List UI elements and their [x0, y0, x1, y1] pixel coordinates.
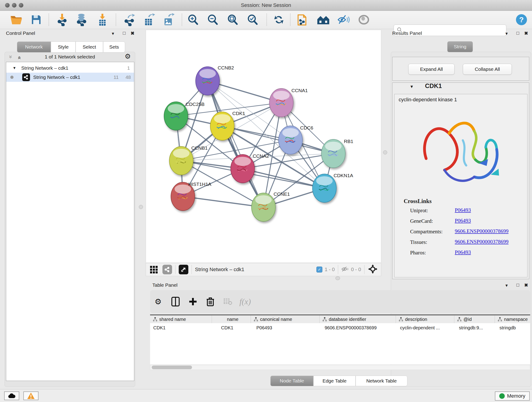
- control-panel-close-icon[interactable]: ✖: [131, 31, 134, 36]
- collapse-all-networks-icon[interactable]: »: [7, 55, 14, 58]
- uniprot-link[interactable]: P06493: [455, 207, 471, 213]
- protein-structure-image: [410, 106, 511, 198]
- tab-sets[interactable]: Sets: [103, 41, 125, 52]
- network-from-file-icon[interactable]: [296, 13, 310, 27]
- column-header-namespace[interactable]: namespace: [495, 315, 530, 323]
- create-column-icon[interactable]: [186, 295, 199, 308]
- selected-node-edge-counts: 1 - 0: [325, 267, 335, 273]
- zoom-fit-icon[interactable]: [225, 13, 240, 27]
- grid-view-icon[interactable]: [150, 265, 159, 274]
- svg-text:HIST1H1A: HIST1H1A: [188, 182, 211, 187]
- control-panel-float-icon[interactable]: □: [123, 31, 126, 36]
- results-panel-float-icon[interactable]: □: [516, 31, 519, 36]
- show-hide-icon[interactable]: [336, 13, 351, 27]
- column-header-name[interactable]: name: [212, 315, 251, 323]
- bottom-splitter-handle[interactable]: [336, 276, 340, 280]
- collection-count: 1: [127, 65, 130, 71]
- crosslink-label: Pharos:: [410, 250, 426, 256]
- results-panel-close-icon[interactable]: ✖: [524, 31, 528, 36]
- save-session-icon[interactable]: [29, 13, 44, 27]
- network-overview-share-icon[interactable]: [162, 265, 172, 274]
- table-header: shared name name canonical name database…: [150, 314, 530, 323]
- export-network-icon[interactable]: [122, 13, 137, 27]
- zoom-in-icon[interactable]: [186, 13, 200, 27]
- compartments-link[interactable]: 9606.ENSP00000378699: [455, 228, 509, 234]
- cloud-status-button[interactable]: [4, 391, 19, 400]
- column-header-database-identifier[interactable]: database identifier: [320, 315, 396, 323]
- collection-label: String Network – cdk1: [21, 65, 68, 71]
- export-table-icon[interactable]: [142, 13, 157, 27]
- column-header-description[interactable]: description: [396, 315, 454, 323]
- string-network-graph[interactable]: CCNB2CCNA1CDC25BCDK1CDC6RB1CCNB1CCNA2CDK…: [146, 30, 381, 263]
- network-canvas[interactable]: CCNB2CCNA1CDC25BCDK1CDC6RB1CCNB1CCNA2CDK…: [146, 30, 381, 263]
- memory-button[interactable]: Memory: [495, 391, 530, 401]
- expand-all-button[interactable]: Expand All: [408, 64, 455, 75]
- network-view-title: String Network – cdk1: [195, 267, 244, 273]
- export-image-icon[interactable]: [162, 13, 176, 27]
- network-selection-status: 1 of 1 Network selected: [27, 54, 112, 60]
- expand-all-networks-icon[interactable]: »: [16, 56, 22, 59]
- table-row[interactable]: CDK1 CDK1 P06493 9606.ENSP00000378699 cy…: [150, 323, 530, 332]
- fit-content-crosshair-icon[interactable]: [368, 264, 378, 275]
- tab-select[interactable]: Select: [76, 41, 103, 52]
- tab-network[interactable]: Network: [17, 41, 51, 52]
- hidden-eye-icon[interactable]: [341, 266, 349, 273]
- column-header-id[interactable]: @id: [454, 315, 495, 323]
- control-panel-menu-icon[interactable]: ▾: [112, 31, 114, 36]
- network-options-gear-icon[interactable]: ⚙: [125, 52, 131, 60]
- hidden-node-edge-counts: 0 - 0: [351, 267, 361, 273]
- selected-checkbox-icon[interactable]: ✓: [317, 267, 322, 273]
- table-horizontal-scrollbar[interactable]: [150, 365, 530, 370]
- help-icon[interactable]: ?: [514, 13, 529, 27]
- table-panel-menu-icon[interactable]: ▾: [505, 283, 508, 288]
- cell-database-identifier: 9606.ENSP00000378699: [320, 323, 396, 332]
- delete-column-trash-icon[interactable]: [204, 295, 217, 308]
- results-panel-menu-icon[interactable]: ▾: [505, 31, 508, 36]
- status-bar: [0, 389, 532, 402]
- refresh-icon[interactable]: [272, 13, 286, 27]
- right-splitter-handle[interactable]: [383, 150, 387, 154]
- table-scrollbar-thumb[interactable]: [152, 366, 192, 369]
- table-panel-close-icon[interactable]: ✖: [524, 282, 528, 288]
- table-options-gear-icon[interactable]: ⚙: [152, 295, 165, 308]
- left-splitter-handle[interactable]: [139, 205, 143, 209]
- column-header-canonical-name[interactable]: canonical name: [251, 315, 320, 323]
- genecard-link[interactable]: P06493: [455, 218, 471, 224]
- zoom-selected-icon[interactable]: [245, 13, 260, 27]
- birdseye-icon[interactable]: [356, 13, 371, 27]
- svg-text:CCNE1: CCNE1: [273, 191, 290, 197]
- import-network-from-file-icon[interactable]: [55, 13, 70, 27]
- cell-name: CDK1: [212, 323, 251, 332]
- tree-expand-icon[interactable]: ▼: [13, 66, 16, 70]
- cell-namespace: stringdb: [495, 323, 530, 332]
- delete-table-icon: [221, 295, 234, 308]
- warning-status-button[interactable]: [23, 391, 38, 400]
- show-columns-icon[interactable]: [169, 295, 182, 308]
- table-panel-float-icon[interactable]: □: [516, 282, 519, 288]
- pharos-link[interactable]: P06493: [455, 249, 471, 255]
- entry-collapse-icon[interactable]: ▼: [410, 84, 414, 89]
- network-row[interactable]: String Network – cdk1 11 48: [6, 73, 134, 82]
- home-icon[interactable]: [316, 13, 331, 27]
- network-collection-row[interactable]: ▼ String Network – cdk1 1: [6, 64, 134, 73]
- window-title: Session: New Session: [0, 2, 532, 8]
- import-network-from-database-icon[interactable]: [74, 13, 89, 27]
- memory-label: Memory: [507, 393, 525, 399]
- tab-edge-table[interactable]: Edge Table: [313, 376, 355, 386]
- tab-network-table[interactable]: Network Table: [355, 376, 407, 386]
- tab-node-table[interactable]: Node Table: [270, 376, 313, 386]
- svg-text:CCNB2: CCNB2: [218, 65, 234, 70]
- svg-text:CDC6: CDC6: [300, 125, 313, 130]
- collapse-all-button[interactable]: Collapse All: [463, 64, 512, 75]
- column-header-shared-name[interactable]: shared name: [150, 315, 212, 323]
- tab-style[interactable]: Style: [51, 41, 76, 52]
- open-session-icon[interactable]: [9, 13, 23, 27]
- tab-string[interactable]: String: [447, 41, 473, 52]
- cytoscape-window: { "window": {"title": "Session: New Sess…: [0, 0, 532, 402]
- function-builder-icon: f(x): [239, 295, 252, 308]
- tissues-link[interactable]: 9606.ENSP00000378699: [455, 239, 509, 245]
- import-table-from-file-icon[interactable]: [95, 13, 110, 27]
- detach-view-icon[interactable]: [179, 265, 188, 274]
- zoom-out-icon[interactable]: [205, 13, 220, 27]
- main-toolbar: ?: [0, 11, 532, 29]
